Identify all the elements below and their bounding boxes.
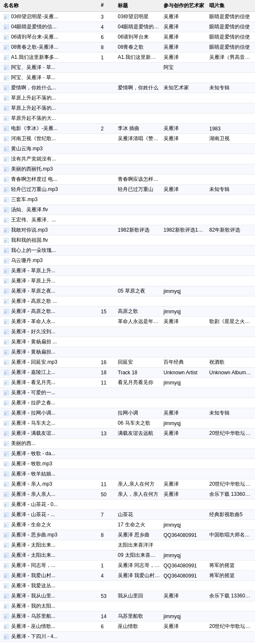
table-row[interactable]: ♪ 我敢对你说.mp3 1982新歌评选 1982新歌评选19首 82年新歌评选 [0, 225, 255, 235]
cell-artist: 吴雁泽 [162, 185, 208, 193]
table-row[interactable]: ♪ 吴雁泽 - 太阳出来... 太阳出来喜洋洋 [0, 540, 255, 550]
svg-text:♪: ♪ [4, 198, 6, 202]
cell-album [208, 464, 253, 464]
table-row[interactable]: ♪ 吴雁泽 - 革命人永... 革命人永远是年轻的 吴雁泽 歌剧《星星之火》唱段 [0, 317, 255, 327]
table-row[interactable]: ♪ 04眼睛是爱情的信... 4 04眼睛是爱情的信使 吴雁泽 眼睛是爱情的信使 [0, 22, 255, 32]
table-row[interactable]: ♪ 小桥 - ge... 10 小桥 吴雁泽 20世纪中华歌坛名人... [0, 642, 255, 644]
music-icon: ♪ [3, 359, 9, 365]
svg-text:♪: ♪ [4, 492, 6, 497]
table-row[interactable]: ♪ 08青春之歌-吴雁泽... 8 08青春之歌 吴雁泽 眼睛是爱情的信使 [0, 42, 255, 53]
table-row[interactable]: ♪ 阿宝、吴雁泽 - 草... [0, 73, 255, 83]
table-row[interactable]: ♪ 电影《李冰》-吴雁... 2 李冰 插曲 吴雁泽 1983 [0, 124, 255, 134]
table-row[interactable]: ♪ 吴雁泽 - 牧羊姑娘... [0, 469, 255, 479]
cell-name: ♪ 三套车.mp3 [2, 196, 99, 204]
table-row[interactable]: ♪ 阿宝、吴雁泽 - 草... 阿宝 [0, 63, 255, 73]
table-row[interactable]: ♪ 吴雁泽 - 好久没到... [0, 327, 255, 337]
table-row[interactable]: ♪ 吴雁泽 - 思乡曲.mp3 8 吴雁泽 思乡曲 QQ364080991 中国… [0, 530, 255, 540]
table-row[interactable]: ♪ 吴雁泽 - 同志哥，... 1 吴雁泽 同志哥，请抽一袋... QQ3640… [0, 561, 255, 571]
table-row[interactable]: ♪ 吴雁泽 - 下四川 - 4... [0, 632, 255, 642]
table-row[interactable]: ♪ 吴雁泽 - 山茶花 - ... 7 山茶花 经典影视歌曲5 [0, 510, 255, 520]
cell-num [99, 352, 116, 353]
table-row[interactable]: ♪ 美丽的西丽托.mp3 [0, 164, 255, 174]
music-icon: ♪ [3, 55, 9, 61]
svg-text:♪: ♪ [4, 55, 6, 60]
svg-text:♪: ♪ [4, 553, 6, 558]
cell-num [99, 98, 116, 99]
svg-text:♪: ♪ [4, 614, 6, 619]
cell-name: ♪ 吴雁泽 - 牧歌 - da... [2, 450, 99, 458]
table-row[interactable]: ♪ 吴雁泽 - 太阳出来... 09 太阳出来喜洋洋 jimmyqj [0, 550, 255, 561]
cell-num [99, 250, 116, 251]
table-row[interactable]: ♪ 轻舟已过万重山.mp3 轻舟已过万重山 吴雁泽 未知专辑 [0, 185, 255, 195]
table-row[interactable]: ♪ 吴雁泽 - 我从山里... 53 我从山里回 吴雁泽 余乐下载 133604… [0, 591, 255, 601]
table-row[interactable]: ♪ 汤灿、吴雁泽.flv [0, 205, 255, 215]
cell-num: 14 [99, 613, 116, 620]
cell-album: 未知专辑 [208, 185, 253, 193]
table-row[interactable]: ♪ 吴雁泽 - 生命之火 17 生命之火 jimmyqj [0, 520, 255, 530]
cell-num: 16 [99, 359, 116, 366]
table-row[interactable]: ♪ 吴雁泽 - 我爱这丛... [0, 581, 255, 591]
table-row[interactable]: ♪ 我心上的一朵玫瑰... [0, 246, 255, 256]
cell-artist: 阿宝 [162, 64, 208, 72]
table-row[interactable]: ♪ 爱情啊，你姓什么... 爱情啊，你姓什么 未知艺术家 未知专辑 [0, 83, 255, 93]
table-row[interactable]: ♪ 吴雁泽 - 嘉陵江上... 18 Track 18 Unknown Arti… [0, 368, 255, 378]
svg-text:♪: ♪ [4, 86, 6, 91]
table-row[interactable]: ♪ 吴雁泽 - 山茶花 - 0... [0, 500, 255, 510]
cell-name: ♪ 08青春之歌-吴雁泽... [2, 43, 99, 51]
table-row[interactable]: ♪ 吴雁泽 - 黄杨扁担 ... [0, 337, 255, 347]
table-row[interactable]: ♪ 吴雁泽 - 亲人.mp3 11 亲人,亲人在何方 吴雁泽 20世纪中华歌坛名… [0, 479, 255, 489]
table-row[interactable]: ♪ A1.我们这里新事多... 1 A1.我们这里新事多 吴雁泽 吴雁泽（男高音… [0, 53, 255, 63]
table-row[interactable]: ♪ 06请到琴台来-吴雁... 6 06请到琴台来 吴雁泽 眼睛是爱情的信使 [0, 32, 255, 42]
table-row[interactable]: ♪ 草原上升起不落的... [0, 93, 255, 103]
cell-artist: jimmyqj [162, 308, 208, 315]
table-row[interactable]: ♪ 乌云珊丹.mp3 [0, 256, 255, 266]
music-icon: ♪ [3, 319, 9, 325]
table-row[interactable]: ♪ 草原上升起不落的... [0, 103, 255, 113]
cell-album: Unknown Album (2... [208, 369, 253, 376]
table-row[interactable]: ♪ 吴雁泽 - 看见月亮... 11 看见月亮看见你 jimmyqj [0, 378, 255, 388]
table-row[interactable]: ♪ 吴雁泽 - 高原之歌... 15 高原之歌 jimmyqj [0, 307, 255, 317]
table-row[interactable]: ♪ 吴雁泽 - 我的太阳... [0, 601, 255, 611]
cell-num [99, 179, 116, 180]
table-row[interactable]: ♪ 三套车.mp3 [0, 195, 255, 205]
table-row[interactable]: ♪ 黄山云海.mp3 [0, 144, 255, 154]
table-row[interactable]: ♪ 吴雁泽 - 满载友谊... 13 满载友谊去远航 吴雁泽 20世纪中华歌坛名… [0, 428, 255, 439]
svg-text:♪: ♪ [4, 360, 6, 365]
table-row[interactable]: ♪ 吴雁泽 - 黄杨扁担... [0, 347, 255, 357]
cell-artist: 吴雁泽 [162, 318, 208, 326]
table-row[interactable]: ♪ 我和我的祖国.flv [0, 235, 255, 246]
cell-name: ♪ 吴雁泽 - 下四川 - 4... [2, 633, 99, 641]
table-row[interactable]: ♪ 吴雁泽 - 亲人亲人... 50 亲人，亲人在何方 吴雁泽 余乐下载 133… [0, 489, 255, 500]
music-icon: ♪ [3, 177, 9, 182]
music-icon: ♪ [3, 583, 9, 589]
table-row[interactable]: ♪ 没有共产党就没有... [0, 154, 255, 164]
cell-artist: 吴雁泽 [162, 13, 208, 21]
cell-name: ♪ 吴雁泽 - 同志哥，... [2, 561, 99, 569]
table-row[interactable]: ♪ 吴雁泽 - 我爱山村... 4 吴雁泽 我爱山村红杜鹃 QQ36408099… [0, 571, 255, 581]
table-row[interactable]: ♪ 吴雁泽 - 马车夫之... 06 马车夫之歌 jimmyqj [0, 418, 255, 428]
table-row[interactable]: ♪ 吴雁泽 - 草原上升... [0, 266, 255, 276]
table-row[interactable]: ♪ 吴雁泽 - 可爱的一... [0, 388, 255, 398]
table-row[interactable]: ♪ 河南卫视《世纪歌... 吴雁泽清唱《赞歌》（河... 吴雁泽 湖南卫视 [0, 134, 255, 144]
table-row[interactable]: ♪ 吴雁泽 - 巫山情歌... 6 巫山情歌 吴雁泽 20世纪中华歌坛名人... [0, 622, 255, 632]
cell-artist: 吴雁泽 [162, 23, 208, 31]
cell-album [208, 606, 253, 607]
table-row[interactable]: ♪ 吴雁泽 - 回延安.mp3 16 回延安 百年经典 祝酒歌 [0, 357, 255, 368]
table-row[interactable]: ♪ 吴雁泽 - 拉萨之春... [0, 398, 255, 408]
table-row[interactable]: ♪ 吴雁泽 - 高原之歌 ... [0, 296, 255, 307]
cell-name: ♪ 06请到琴台来-吴雁... [2, 33, 99, 41]
table-row[interactable]: ♪ 青春啊怎样度过 电... 青春啊应该怎样度过（李... [0, 174, 255, 185]
table-row[interactable]: ♪ 王宏伟、吴雁泽、... [0, 215, 255, 225]
table-row[interactable]: ♪ 吴雁泽 - 草原上升... [0, 276, 255, 286]
table-row[interactable]: ♪ 美丽的西... [0, 439, 255, 449]
table-row[interactable]: ♪ 吴雁泽 - 草原之夜... 05 草原之夜 jimmyqj [0, 286, 255, 296]
table-row[interactable]: ♪ 03仰望启明星-吴雁... 3 03仰望启明星 吴雁泽 眼睛是爱情的信使 [0, 12, 255, 22]
cell-album [208, 291, 253, 292]
table-row[interactable]: ♪ 草原升起不落的大... [0, 113, 255, 124]
table-row[interactable]: ♪ 吴雁泽 - 乌苏里船... 14 乌苏里船歌 jimmyqj [0, 611, 255, 622]
table-row[interactable]: ♪ 吴雁泽 - 拉网小调... 拉网小调 吴雁泽 未知专辑 [0, 408, 255, 418]
cell-album [208, 555, 253, 556]
table-row[interactable]: ♪ 吴雁泽 - 牧歌.mp3 [0, 459, 255, 469]
music-icon: ♪ [3, 126, 9, 132]
table-row[interactable]: ♪ 吴雁泽 - 牧歌 - da... [0, 449, 255, 459]
